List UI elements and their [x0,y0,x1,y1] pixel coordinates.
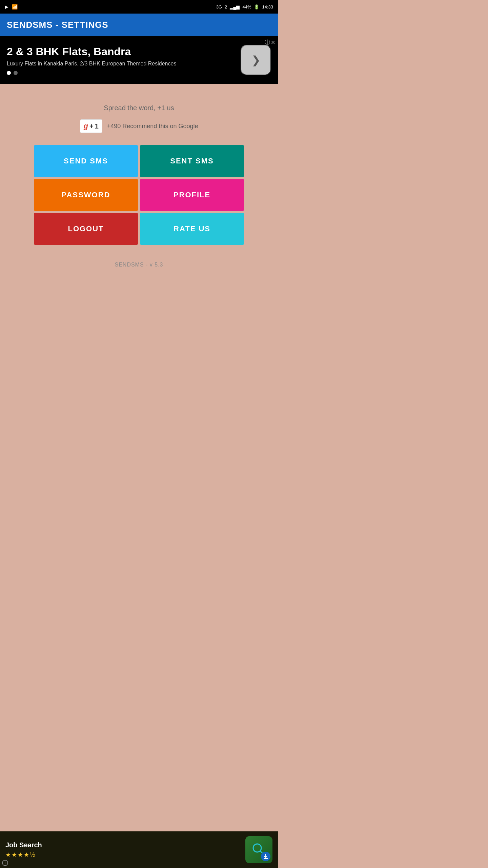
ad-info-icon: ⓘ [265,39,270,46]
gplus-one: 1 [95,122,99,130]
ad-title: 2 & 3 BHK Flats, Bandra [7,45,235,58]
spread-text: Spread the word, +1 us [104,104,174,112]
password-button[interactable]: PASSWORD [34,179,138,211]
ad-dots [7,71,235,75]
google-plus-row[interactable]: g + 1 +490 Recommend this on Google [80,119,198,133]
main-content: Spread the word, +1 us g + 1 +490 Recomm… [0,84,278,281]
logout-button[interactable]: LOGOUT [34,213,138,245]
ad-content: 2 & 3 BHK Flats, Bandra Luxury Flats in … [7,45,235,75]
rate-us-button[interactable]: RATE US [140,213,244,245]
status-bar: ▶ 📶 3G 2 ▂▄▆ 44% 🔋 14:33 [0,0,278,14]
version-text: SENDSMS - v 5.3 [115,262,163,268]
gplus-recommend-text: +490 Recommend this on Google [107,123,198,130]
app-title: SENDSMS - SETTINGS [7,20,108,30]
profile-button[interactable]: PROFILE [140,179,244,211]
clock: 14:33 [262,4,273,9]
buttons-grid: SEND SMS SENT SMS PASSWORD PROFILE LOGOU… [34,145,244,245]
signal-icon: ▂▄▆ [230,4,240,9]
ad-subtitle: Luxury Flats in Kanakia Paris. 2/3 BHK E… [7,61,235,67]
ad-close-icon[interactable]: ✕ [271,39,275,46]
gplus-badge[interactable]: g + 1 [80,119,102,133]
ad-arrow-button[interactable]: ❯ [241,45,271,75]
battery-level: 44% [242,4,251,9]
ad-dot-2 [14,71,18,75]
gplus-plus: + [89,122,94,130]
sent-sms-button[interactable]: SENT SMS [140,145,244,177]
ad-dot-1 [7,71,11,75]
send-sms-button[interactable]: SEND SMS [34,145,138,177]
network-type: 3G [216,4,222,9]
app-bar: SENDSMS - SETTINGS [0,14,278,36]
ad-close[interactable]: ⓘ ✕ [265,39,275,46]
play-icon: ▶ [5,4,8,9]
gplus-g: g [84,122,88,131]
sim-number: 2 [225,4,227,9]
battery-icon: 🔋 [254,4,259,9]
wifi-icon: 📶 [12,4,18,9]
ad-banner: 2 & 3 BHK Flats, Bandra Luxury Flats in … [0,36,278,84]
